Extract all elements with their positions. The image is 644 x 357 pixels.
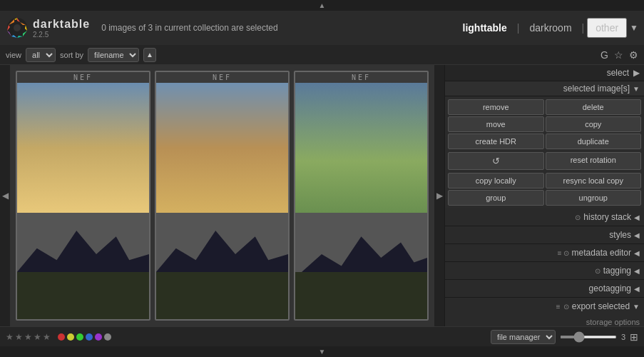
image-grid: NEF NEF NEF — [10, 65, 434, 326]
copy-button[interactable]: copy — [546, 116, 642, 132]
move-button[interactable]: move — [448, 116, 544, 132]
thumbnail-3 — [295, 83, 427, 319]
export-list-icon: ≡ — [556, 303, 561, 311]
metadata-editor-section: ≡ ⊙ metadata editor ◀ — [445, 244, 644, 262]
rotate-ccw-button[interactable]: ↺ — [448, 152, 544, 170]
tagging-arrow: ◀ — [634, 267, 640, 275]
geotagging-header[interactable]: geotagging ◀ — [445, 280, 644, 297]
thumbnail-2 — [156, 83, 288, 319]
color-red[interactable] — [58, 333, 65, 341]
select-arrow-icon[interactable]: ▶ — [633, 68, 640, 78]
sky-1 — [17, 83, 149, 213]
image-count: 3 — [621, 333, 625, 341]
settings-icon[interactable]: ⚙ — [629, 49, 638, 61]
tab-darkroom[interactable]: darkroom — [522, 19, 578, 36]
tagging-header[interactable]: ⊙ tagging ◀ — [445, 262, 644, 279]
ungroup-button[interactable]: ungroup — [546, 190, 642, 206]
app-name: darktable — [33, 18, 90, 31]
images-row: NEF NEF NEF — [16, 71, 429, 321]
star-2[interactable]: ★ — [15, 332, 23, 342]
rotation-row: ↺ reset rotation — [445, 152, 644, 173]
metadata-editor-arrow: ◀ — [634, 249, 640, 257]
nav-sep-2: | — [582, 22, 585, 34]
star-icon[interactable]: ☆ — [614, 49, 623, 61]
color-blue[interactable] — [86, 333, 93, 341]
star-rating: ★ ★ ★ ★ ★ — [6, 332, 51, 342]
view-select[interactable]: all — [26, 48, 56, 62]
star-3[interactable]: ★ — [24, 332, 32, 342]
svg-point-1 — [14, 24, 21, 31]
sky-2 — [156, 83, 288, 213]
star-5[interactable]: ★ — [43, 332, 51, 342]
export-header[interactable]: ≡ ⊙ export selected ▼ — [445, 298, 644, 315]
color-green[interactable] — [76, 333, 83, 341]
sort-arrow-icon: ▲ — [146, 51, 153, 59]
left-arrow-icon: ◀ — [2, 191, 9, 201]
metadata-editor-header[interactable]: ≡ ⊙ metadata editor ◀ — [445, 244, 644, 261]
sort-label: sort by — [60, 51, 83, 59]
selected-images-header[interactable]: selected image[s] ▼ — [445, 81, 644, 96]
main-area: ◀ NEF NEF — [0, 65, 644, 326]
styles-header[interactable]: styles ◀ — [445, 226, 644, 243]
select-row: select ▶ — [445, 65, 644, 81]
table-row[interactable]: NEF — [16, 71, 150, 321]
sort-select[interactable]: filename — [88, 48, 139, 62]
delete-button[interactable]: delete — [546, 99, 642, 115]
app-logo: darktable 2.2.5 — [6, 16, 90, 39]
history-stack-header[interactable]: ⊙ history stack ◀ — [445, 208, 644, 226]
tab-other[interactable]: other — [587, 18, 627, 38]
remove-button[interactable]: remove — [448, 99, 544, 115]
right-panel-toggle[interactable]: ▶ — [434, 65, 444, 326]
nav-dropdown-arrow[interactable]: ▼ — [630, 23, 638, 33]
zoom-slider[interactable] — [560, 336, 617, 338]
tagging-section: ⊙ tagging ◀ — [445, 262, 644, 280]
star-4[interactable]: ★ — [34, 332, 41, 342]
left-panel-toggle[interactable]: ◀ — [0, 65, 10, 326]
topbar: darktable 2.2.5 0 images of 3 in current… — [0, 11, 644, 45]
color-purple[interactable] — [95, 333, 102, 341]
sort-direction-button[interactable]: ▲ — [143, 48, 156, 62]
image-label-1: NEF — [17, 72, 149, 83]
star-1[interactable]: ★ — [6, 332, 14, 342]
table-row[interactable]: NEF — [294, 71, 429, 321]
app-title-group: darktable 2.2.5 — [33, 18, 90, 39]
bottom-panel-toggle[interactable]: ▼ — [0, 346, 644, 357]
styles-section: styles ◀ — [445, 226, 644, 244]
select-label: select — [607, 68, 629, 78]
color-gray[interactable] — [104, 333, 111, 341]
resync-local-copy-button[interactable]: resync local copy — [546, 173, 642, 188]
storage-options-section: storage options target storage file on d… — [445, 315, 644, 326]
metadata-settings-icon: ⊙ — [563, 249, 569, 257]
styles-arrow: ◀ — [634, 231, 640, 239]
right-arrow-icon: ▶ — [436, 191, 443, 201]
google-icon[interactable]: G — [600, 49, 608, 61]
duplicate-button[interactable]: duplicate — [546, 134, 642, 149]
reset-rotation-button[interactable]: reset rotation — [546, 152, 642, 170]
table-row[interactable]: NEF — [155, 71, 290, 321]
copy-locally-button[interactable]: copy locally — [448, 173, 544, 188]
nav-tabs: lighttable | darkroom | other ▼ — [456, 18, 638, 38]
action-buttons: remove delete move copy create HDR dupli… — [445, 96, 644, 152]
filmstrip-icon[interactable]: ⊞ — [630, 331, 638, 343]
group-button[interactable]: group — [448, 190, 544, 206]
metadata-list-icon: ≡ — [558, 249, 562, 257]
image-label-3: NEF — [295, 72, 427, 83]
history-stack-icon: ⊙ — [575, 213, 581, 221]
tagging-title: tagging — [603, 266, 631, 276]
history-stack-arrow: ◀ — [634, 213, 640, 221]
export-title: export selected — [572, 301, 630, 311]
image-label-2: NEF — [156, 72, 288, 83]
color-labels — [58, 333, 111, 341]
export-settings-icon: ⊙ — [563, 303, 569, 311]
export-dropdown-arrow: ▼ — [633, 303, 640, 311]
toolbar: view all sort by filename ▲ G ☆ ⚙ — [0, 45, 644, 65]
foreground-3 — [295, 272, 427, 319]
copy-group-row: copy locally resync local copy group ung… — [445, 173, 644, 208]
tab-lighttable[interactable]: lighttable — [456, 19, 514, 36]
color-yellow[interactable] — [67, 333, 74, 341]
foreground-2 — [156, 272, 288, 319]
filmstrip-mode-select[interactable]: file manager — [491, 330, 556, 344]
history-stack-title: history stack — [583, 212, 631, 222]
top-panel-toggle[interactable]: ▲ — [0, 0, 644, 11]
create-hdr-button[interactable]: create HDR — [448, 134, 544, 149]
